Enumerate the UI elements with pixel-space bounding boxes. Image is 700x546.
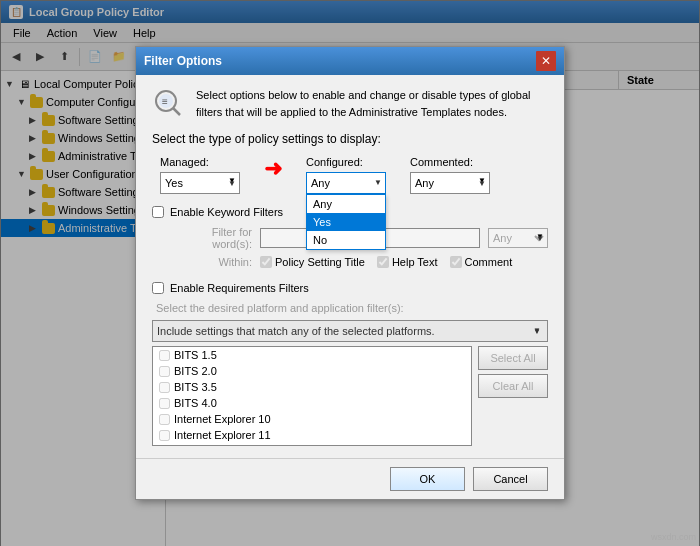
platform-bits15-label: BITS 1.5 — [174, 349, 217, 361]
dropdown-arrow-icon: ▼ — [374, 178, 382, 187]
platform-bits40-label: BITS 4.0 — [174, 397, 217, 409]
filter-options-dialog: Filter Options ✕ ≡ Select options below … — [135, 46, 565, 500]
platform-ie11-label: Internet Explorer 11 — [174, 429, 271, 441]
configured-dropdown-list: Any Yes No — [306, 194, 386, 250]
managed-select-wrapper: Yes Any No ▼ — [160, 172, 240, 194]
dialog-body: ≡ Select options below to enable and cha… — [136, 75, 564, 458]
within-policy-label: Policy Setting Title — [275, 256, 365, 268]
option-yes[interactable]: Yes — [307, 213, 385, 231]
filter-words-option-wrapper: Any ▼ — [488, 228, 548, 248]
requirements-filter-checkbox[interactable] — [152, 282, 164, 294]
platform-item-bits40: BITS 4.0 — [153, 395, 471, 411]
within-policy-checkbox[interactable] — [260, 256, 272, 268]
filter-icon: ≡ — [152, 87, 184, 119]
platform-item-ie10: Internet Explorer 10 — [153, 411, 471, 427]
commented-label: Commented: — [410, 156, 490, 168]
within-label: Within: — [172, 256, 252, 268]
arrow-indicator: ➜ — [264, 156, 282, 184]
managed-filter-group: Managed: Yes Any No ▼ — [160, 156, 240, 194]
configured-label: Configured: — [306, 156, 386, 168]
dialog-footer: OK Cancel — [136, 458, 564, 499]
platform-ie11-checkbox[interactable] — [159, 430, 170, 441]
configured-filter-group: Configured: Any ▼ Any Yes No — [306, 156, 386, 194]
dialog-header: ≡ Select options below to enable and cha… — [152, 87, 548, 120]
platform-select[interactable]: Include settings that match any of the s… — [152, 320, 548, 342]
within-help-checkbox[interactable] — [377, 256, 389, 268]
platform-bits20-label: BITS 2.0 — [174, 365, 217, 377]
dialog-overlay: Filter Options ✕ ≡ Select options below … — [0, 0, 700, 546]
platform-item-ie3: Internet Explorer 3 — [153, 443, 471, 446]
configured-dropdown-container: Any ▼ Any Yes No — [306, 172, 386, 194]
requirements-filters-row: Enable Requirements Filters — [152, 282, 548, 294]
platform-ie3-checkbox[interactable] — [159, 446, 170, 447]
platform-ie10-label: Internet Explorer 10 — [174, 413, 271, 425]
watermark: wsxdn.com — [651, 532, 696, 542]
dialog-description: Select options below to enable and chang… — [196, 87, 548, 120]
managed-select[interactable]: Yes Any No — [160, 172, 240, 194]
filter-row: Managed: Yes Any No ▼ ➜ — [152, 156, 548, 194]
keyword-filter-label: Enable Keyword Filters — [170, 206, 283, 218]
requirements-filter-label: Enable Requirements Filters — [170, 282, 309, 294]
select-all-button[interactable]: Select All — [478, 346, 548, 370]
section-label: Select the type of policy settings to di… — [152, 132, 548, 146]
managed-label: Managed: — [160, 156, 240, 168]
within-comment: Comment — [450, 256, 513, 268]
within-comment-checkbox[interactable] — [450, 256, 462, 268]
platform-bits35-label: BITS 3.5 — [174, 381, 217, 393]
keyword-filter-checkbox[interactable] — [152, 206, 164, 218]
svg-text:≡: ≡ — [162, 96, 168, 107]
platform-section-label: Select the desired platform and applicat… — [152, 302, 548, 314]
platform-dropdown-arrow: ▼ — [533, 326, 541, 335]
option-no[interactable]: No — [307, 231, 385, 249]
platform-item-bits15: BITS 1.5 — [153, 347, 471, 363]
filter-words-option-select[interactable]: Any — [488, 228, 548, 248]
dialog-close-button[interactable]: ✕ — [536, 51, 556, 71]
platform-ie3-label: Internet Explorer 3 — [174, 445, 265, 446]
platform-item-bits20: BITS 2.0 — [153, 363, 471, 379]
requirements-section: Enable Requirements Filters Select the d… — [152, 282, 548, 446]
platform-list: BITS 1.5 BITS 2.0 BITS 3.5 BITS 4.0 — [152, 346, 472, 446]
within-help-text: Help Text — [377, 256, 438, 268]
commented-select[interactable]: Any Yes No — [410, 172, 490, 194]
platforms-with-buttons: BITS 1.5 BITS 2.0 BITS 3.5 BITS 4.0 — [152, 346, 548, 446]
commented-filter-group: Commented: Any Yes No ▼ — [410, 156, 490, 194]
platform-bits20-checkbox[interactable] — [159, 366, 170, 377]
within-comment-label: Comment — [465, 256, 513, 268]
within-checks: Policy Setting Title Help Text Comment — [260, 256, 512, 268]
platform-bits15-checkbox[interactable] — [159, 350, 170, 361]
platform-bits35-checkbox[interactable] — [159, 382, 170, 393]
platform-select-wrapper: Include settings that match any of the s… — [152, 320, 548, 342]
option-any[interactable]: Any — [307, 195, 385, 213]
within-row: Within: Policy Setting Title Help Text C… — [152, 256, 548, 268]
clear-all-button[interactable]: Clear All — [478, 374, 548, 398]
platform-item-bits35: BITS 3.5 — [153, 379, 471, 395]
dialog-title: Filter Options — [144, 54, 536, 68]
cancel-button[interactable]: Cancel — [473, 467, 548, 491]
platform-ie10-checkbox[interactable] — [159, 414, 170, 425]
dialog-title-bar: Filter Options ✕ — [136, 47, 564, 75]
side-buttons: Select All Clear All — [478, 346, 548, 446]
configured-dropdown-trigger[interactable]: Any ▼ — [306, 172, 386, 194]
platform-bits40-checkbox[interactable] — [159, 398, 170, 409]
platform-item-ie11: Internet Explorer 11 — [153, 427, 471, 443]
ok-button[interactable]: OK — [390, 467, 465, 491]
svg-line-2 — [173, 108, 180, 115]
within-help-label: Help Text — [392, 256, 438, 268]
commented-select-wrapper: Any Yes No ▼ — [410, 172, 490, 194]
red-arrow-icon: ➜ — [264, 156, 282, 182]
within-policy-setting: Policy Setting Title — [260, 256, 365, 268]
filter-words-label: Filter for word(s): — [172, 226, 252, 250]
